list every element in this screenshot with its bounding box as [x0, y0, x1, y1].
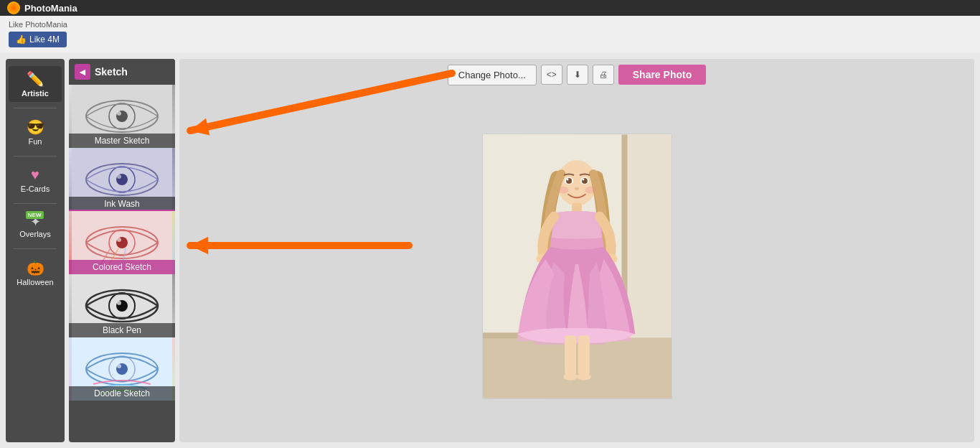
master-sketch-label: Master Sketch [69, 134, 175, 148]
sidebar-divider-2 [14, 156, 57, 157]
download-button[interactable]: ⬇ [567, 65, 588, 85]
logo-text: PhotoMania [24, 3, 77, 14]
photo-display [179, 90, 974, 442]
pumpkin-icon: 🎃 [27, 259, 44, 276]
sidebar-divider-3 [14, 203, 57, 204]
effects-back-button[interactable]: ◄ [75, 64, 90, 80]
print-icon: 🖨 [599, 70, 608, 80]
effect-black-pen[interactable]: Black Pen [69, 274, 175, 337]
svg-point-14 [117, 238, 121, 242]
like-count: Like 4M [29, 34, 60, 45]
mask-icon: 😎 [27, 118, 44, 136]
topbar: PhotoMania [0, 0, 980, 16]
svg-point-27 [117, 364, 121, 368]
svg-point-34 [557, 160, 597, 206]
main-container: ✏️ Artistic 😎 Fun ♥ E-Cards ✦ NEW Overla… [0, 53, 980, 448]
print-button[interactable]: 🖨 [593, 65, 614, 85]
svg-point-4 [117, 111, 121, 116]
content-area: Change Photo... <> ⬇ 🖨 Share Photo [179, 59, 974, 442]
svg-point-50 [585, 187, 595, 194]
effects-title: Sketch [95, 66, 128, 78]
download-icon: ⬇ [574, 70, 581, 80]
content-toolbar: Change Photo... <> ⬇ 🖨 Share Photo [179, 59, 974, 90]
svg-rect-39 [578, 335, 589, 375]
sidebar-divider [14, 108, 57, 108]
code-icon-button[interactable]: <> [541, 65, 562, 85]
sidebar-label-overlays: Overlays [19, 230, 50, 238]
svg-point-48 [575, 187, 579, 190]
effect-ink-wash[interactable]: Ink Wash [69, 148, 175, 211]
code-icon: <> [547, 70, 557, 80]
effect-colored-sketch[interactable]: Colored Sketch [69, 211, 175, 274]
effect-doodle-sketch[interactable]: Doodle Sketch [69, 337, 175, 401]
svg-point-46 [566, 178, 568, 180]
svg-point-40 [563, 373, 578, 381]
svg-rect-38 [565, 335, 576, 375]
like-label: Like PhotoMania [9, 20, 971, 29]
likebar: Like PhotoMania 👍 Like 4M [0, 16, 980, 53]
effects-list: Master Sketch Ink Wash [69, 85, 175, 442]
facebook-like-button[interactable]: 👍 Like 4M [9, 32, 67, 47]
sidebar-label-fun: Fun [29, 137, 42, 146]
effects-panel: ◄ Sketch Master Sketch [69, 59, 175, 442]
svg-point-9 [117, 174, 121, 179]
photo-placeholder [482, 134, 672, 399]
sidebar-item-fun[interactable]: 😎 Fun [9, 114, 62, 150]
sidebar-label-artistic: Artistic [22, 89, 49, 98]
sidebar-label-halloween: Halloween [17, 278, 53, 286]
svg-point-47 [582, 178, 584, 180]
sidebar-label-ecards: E-Cards [21, 185, 50, 193]
logo-icon [7, 1, 20, 14]
black-pen-label: Black Pen [69, 323, 175, 337]
sidebar-item-overlays[interactable]: ✦ NEW Overlays [9, 210, 62, 243]
share-photo-button[interactable]: Share Photo [618, 65, 706, 85]
svg-point-49 [558, 187, 568, 194]
sidebar-item-ecards[interactable]: ♥ E-Cards [9, 162, 62, 197]
effect-master-sketch[interactable]: Master Sketch [69, 85, 175, 148]
thumb-icon: 👍 [16, 34, 27, 45]
svg-point-22 [117, 301, 121, 305]
doodle-sketch-label: Doodle Sketch [69, 386, 175, 401]
sidebar-item-halloween[interactable]: 🎃 Halloween [9, 255, 62, 291]
brush-icon: ✏️ [27, 70, 44, 88]
effects-header: ◄ Sketch [69, 59, 175, 85]
heart-icon: ♥ [31, 167, 39, 183]
sidebar-divider-4 [14, 248, 57, 249]
girl-photo [483, 134, 672, 399]
ink-wash-label: Ink Wash [69, 197, 175, 211]
sidebar: ✏️ Artistic 😎 Fun ♥ E-Cards ✦ NEW Overla… [6, 59, 65, 442]
sidebar-item-artistic[interactable]: ✏️ Artistic [9, 66, 62, 102]
svg-point-41 [577, 373, 591, 381]
change-photo-button[interactable]: Change Photo... [448, 65, 537, 85]
colored-sketch-label: Colored Sketch [69, 260, 175, 274]
new-badge: NEW [26, 211, 44, 219]
